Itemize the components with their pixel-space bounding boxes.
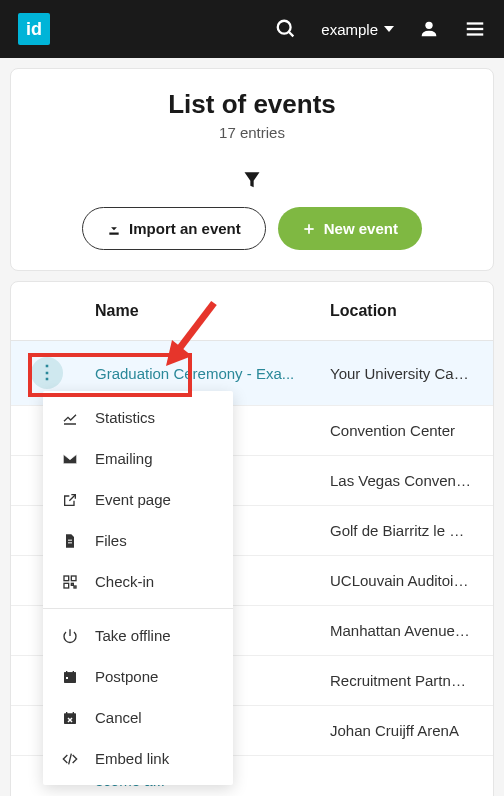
svg-line-27 (69, 753, 72, 764)
menu-label: Emailing (95, 450, 153, 467)
kebab-icon: ⋮ (38, 369, 56, 376)
menu-icon[interactable] (464, 18, 486, 40)
svg-rect-9 (68, 539, 72, 540)
code-icon (61, 751, 79, 767)
menu-statistics[interactable]: Statistics (43, 397, 233, 438)
menu-postpone[interactable]: Postpone (43, 656, 233, 697)
menu-embed-link[interactable]: Embed link (43, 738, 233, 779)
header-actions: example (275, 18, 486, 40)
svg-rect-15 (74, 586, 76, 588)
workspace-selector[interactable]: example (321, 21, 394, 38)
column-location[interactable]: Location (330, 302, 397, 320)
file-icon (61, 533, 79, 549)
event-location: Johan Cruijff ArenA (330, 722, 473, 739)
qr-icon (61, 574, 79, 590)
svg-rect-12 (71, 576, 76, 581)
app-logo[interactable]: id (18, 13, 50, 45)
svg-rect-10 (68, 542, 72, 543)
event-name[interactable]: Graduation Ceremony - Exa... (95, 365, 330, 382)
workspace-label: example (321, 21, 378, 38)
event-location: Convention Center (330, 422, 473, 439)
user-icon[interactable] (418, 18, 440, 40)
plus-icon (302, 222, 316, 236)
menu-event-page[interactable]: Event page (43, 479, 233, 520)
menu-label: Take offline (95, 627, 171, 644)
table-header: Name Location (11, 282, 493, 341)
menu-take-offline[interactable]: Take offline (43, 615, 233, 656)
title-card: List of events 17 entries Import an even… (10, 68, 494, 271)
menu-label: Files (95, 532, 127, 549)
menu-cancel[interactable]: Cancel (43, 697, 233, 738)
event-location: Las Vegas Convention C (330, 472, 473, 489)
import-event-button[interactable]: Import an event (82, 207, 266, 250)
event-location: Your University Campus (330, 365, 473, 382)
svg-rect-11 (64, 576, 69, 581)
event-location: UCLouvain Auditoires C (330, 572, 473, 589)
calendar-x-icon (61, 710, 79, 726)
svg-line-8 (69, 494, 75, 500)
new-event-button[interactable]: New event (278, 207, 422, 250)
event-location: Golf de Biarritz le Phare (330, 522, 473, 539)
external-link-icon (61, 492, 79, 508)
event-location: Recruitment Partners In (330, 672, 473, 689)
svg-rect-22 (64, 713, 76, 724)
menu-label: Embed link (95, 750, 169, 767)
svg-point-0 (278, 21, 291, 34)
page-title: List of events (31, 89, 473, 120)
row-menu-button[interactable]: ⋮ (31, 357, 63, 389)
menu-divider (43, 608, 233, 609)
action-buttons: Import an event New event (31, 207, 473, 250)
svg-rect-14 (71, 583, 73, 585)
import-button-label: Import an event (129, 220, 241, 237)
mail-icon (61, 451, 79, 467)
power-icon (61, 628, 79, 644)
entries-count: 17 entries (31, 124, 473, 141)
svg-rect-13 (64, 583, 69, 588)
menu-label: Check-in (95, 573, 154, 590)
menu-emailing[interactable]: Emailing (43, 438, 233, 479)
filter-icon[interactable] (31, 169, 473, 189)
svg-point-2 (425, 22, 432, 29)
chevron-down-icon (384, 26, 394, 32)
svg-rect-21 (66, 677, 68, 679)
event-location: Manhattan Avenue, Bro (330, 622, 473, 639)
svg-line-1 (289, 32, 294, 37)
row-context-menu: Statistics Emailing Event page Files Che… (43, 391, 233, 785)
menu-label: Statistics (95, 409, 155, 426)
top-header: id example (0, 0, 504, 58)
events-table: Name Location ⋮ Graduation Ceremony - Ex… (10, 281, 494, 796)
new-event-label: New event (324, 220, 398, 237)
chart-icon (61, 410, 79, 426)
menu-label: Event page (95, 491, 171, 508)
download-icon (107, 222, 121, 236)
menu-label: Cancel (95, 709, 142, 726)
search-icon[interactable] (275, 18, 297, 40)
svg-rect-18 (64, 672, 76, 675)
column-name[interactable]: Name (95, 302, 330, 320)
calendar-icon (61, 669, 79, 685)
menu-label: Postpone (95, 668, 158, 685)
menu-check-in[interactable]: Check-in (43, 561, 233, 602)
menu-files[interactable]: Files (43, 520, 233, 561)
